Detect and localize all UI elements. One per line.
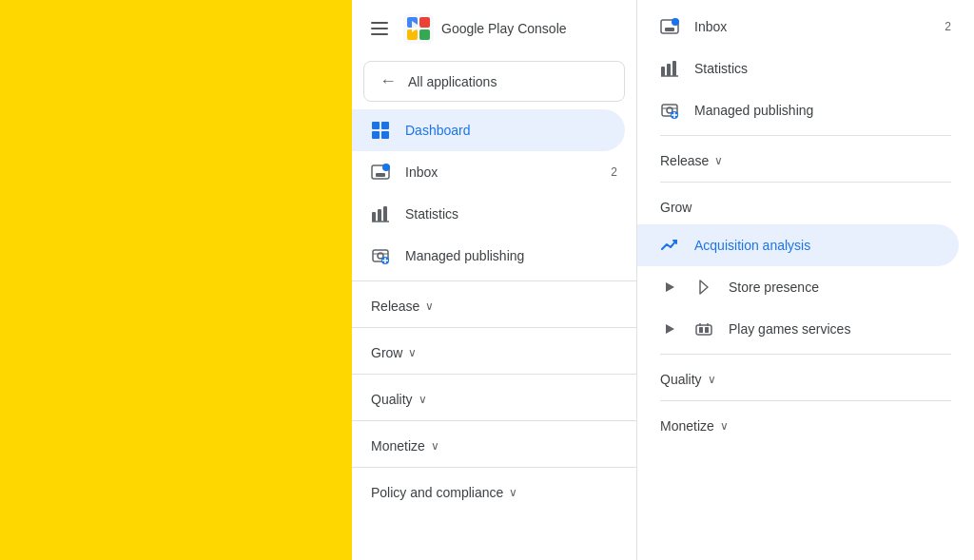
right-nav-item-store-presence[interactable]: Store presence: [637, 266, 974, 308]
svg-rect-5: [419, 29, 430, 40]
right-inbox-badge: 2: [945, 20, 951, 33]
grow-label: Grow: [371, 345, 402, 360]
right-section-grow[interactable]: Grow: [637, 186, 974, 224]
right-divider-3: [660, 354, 951, 355]
right-managed-publishing-icon: [660, 101, 679, 120]
right-nav-item-statistics[interactable]: Statistics: [637, 48, 974, 89]
right-divider-4: [660, 400, 951, 401]
nav-item-managed-publishing[interactable]: Managed publishing: [352, 235, 636, 277]
divider-2: [352, 327, 636, 328]
right-nav-item-managed-publishing[interactable]: Managed publishing: [637, 89, 974, 131]
back-button[interactable]: ← All applications: [363, 61, 625, 102]
play-games-icon: [694, 319, 713, 338]
quality-label: Quality: [371, 392, 413, 407]
right-statistics-label: Statistics: [694, 61, 748, 76]
sidebar-header: Google Play Console: [352, 0, 636, 57]
svg-rect-12: [376, 173, 385, 177]
managed-publishing-icon: [371, 246, 390, 265]
right-section-quality[interactable]: Quality ∨: [637, 358, 974, 396]
svg-point-26: [672, 18, 679, 26]
dashboard-icon: [371, 121, 390, 140]
svg-rect-27: [661, 67, 665, 76]
right-monetize-chevron-icon: ∨: [720, 419, 729, 433]
back-arrow-icon: ←: [380, 71, 397, 91]
right-divider-1: [660, 135, 951, 136]
section-policy[interactable]: Policy and compliance ∨: [352, 472, 636, 510]
svg-rect-25: [665, 28, 674, 31]
svg-rect-9: [372, 131, 380, 139]
monetize-label: Monetize: [371, 438, 425, 454]
statistics-icon: [371, 204, 390, 223]
svg-rect-16: [383, 206, 387, 222]
right-nav-item-play-games-services[interactable]: Play games services: [637, 308, 974, 350]
right-release-chevron-icon: ∨: [714, 154, 723, 167]
svg-rect-42: [705, 327, 709, 333]
svg-rect-14: [372, 212, 376, 222]
right-section-monetize[interactable]: Monetize ∨: [637, 405, 974, 443]
release-chevron-icon: ∨: [425, 299, 434, 313]
left-sidebar: Google Play Console ← All applications D…: [352, 0, 637, 560]
monetize-chevron-icon: ∨: [431, 439, 439, 453]
inbox-label: Inbox: [405, 164, 438, 180]
store-presence-expand-icon: [660, 278, 679, 297]
divider-3: [352, 374, 636, 375]
grow-chevron-icon: ∨: [408, 346, 417, 359]
divider-4: [352, 420, 636, 421]
svg-marker-38: [700, 280, 708, 294]
right-release-label: Release: [660, 153, 709, 168]
store-presence-icon: [694, 278, 713, 297]
svg-rect-41: [699, 327, 703, 333]
nav-item-statistics[interactable]: Statistics: [352, 193, 636, 235]
svg-marker-39: [666, 324, 674, 334]
divider-5: [352, 467, 636, 468]
menu-icon[interactable]: [367, 18, 392, 39]
policy-label: Policy and compliance: [371, 485, 503, 500]
quality-chevron-icon: ∨: [419, 393, 427, 406]
google-play-console-logo-icon: [403, 13, 434, 44]
right-nav-item-acquisition-analysis[interactable]: Acquisition analysis: [637, 224, 959, 266]
dashboard-label: Dashboard: [405, 123, 471, 138]
statistics-label: Statistics: [405, 206, 458, 222]
nav-item-dashboard[interactable]: Dashboard: [352, 109, 625, 151]
right-inbox-icon: [660, 17, 679, 36]
svg-rect-8: [381, 122, 389, 129]
play-games-services-label: Play games services: [729, 321, 850, 337]
inbox-icon: [371, 163, 390, 182]
svg-point-13: [382, 164, 390, 171]
section-grow[interactable]: Grow ∨: [352, 332, 636, 370]
right-grow-label: Grow: [660, 200, 692, 215]
policy-chevron-icon: ∨: [509, 486, 517, 499]
right-quality-label: Quality: [660, 372, 702, 387]
svg-rect-15: [378, 209, 381, 222]
logo-area: Google Play Console: [403, 13, 567, 44]
right-sidebar: Inbox 2 Statistics Managed pub: [637, 0, 974, 560]
nav-item-inbox[interactable]: Inbox 2: [352, 151, 636, 193]
inbox-badge: 2: [611, 165, 617, 179]
right-divider-2: [660, 182, 951, 183]
play-games-expand-icon: [660, 319, 679, 338]
section-quality[interactable]: Quality ∨: [352, 378, 636, 416]
right-nav-item-inbox[interactable]: Inbox 2: [637, 0, 974, 48]
svg-rect-7: [372, 122, 380, 129]
section-monetize[interactable]: Monetize ∨: [352, 425, 636, 463]
svg-rect-40: [696, 325, 711, 335]
right-inbox-label: Inbox: [694, 19, 727, 34]
managed-publishing-label: Managed publishing: [405, 248, 524, 263]
yellow-background-panel: [0, 0, 352, 560]
back-label: All applications: [408, 74, 497, 89]
store-presence-label: Store presence: [729, 280, 819, 295]
divider-1: [352, 280, 636, 281]
right-monetize-label: Monetize: [660, 418, 714, 434]
right-section-release[interactable]: Release ∨: [637, 140, 974, 178]
acquisition-analysis-icon: [660, 236, 679, 255]
svg-rect-3: [419, 17, 430, 28]
right-quality-chevron-icon: ∨: [708, 373, 716, 386]
svg-rect-10: [381, 131, 389, 139]
section-release[interactable]: Release ∨: [352, 285, 636, 323]
svg-rect-28: [667, 64, 671, 76]
right-statistics-icon: [660, 59, 679, 78]
app-title: Google Play Console: [441, 21, 567, 36]
svg-rect-29: [672, 61, 676, 76]
acquisition-analysis-label: Acquisition analysis: [694, 238, 810, 253]
release-label: Release: [371, 299, 419, 314]
